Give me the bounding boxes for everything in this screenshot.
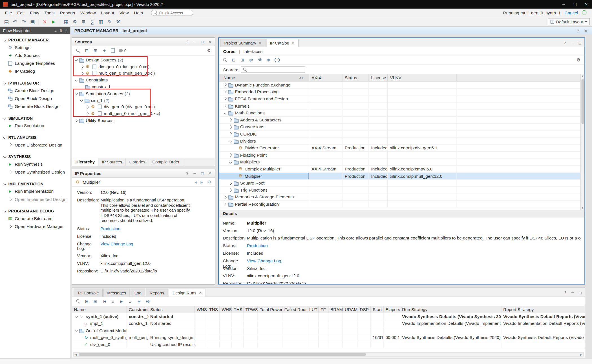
tab-libraries[interactable]: Libraries <box>126 158 149 166</box>
close-tab-icon[interactable] <box>199 291 202 295</box>
scroll-right-icon[interactable]: ▶ <box>579 353 583 356</box>
scrollbar-thumb[interactable] <box>79 353 366 356</box>
run-row-div-gen-0[interactable]: div_gen_0 Using cached IP results <box>72 341 585 348</box>
tools-icon[interactable]: ⚒ <box>114 18 122 26</box>
details-status-link[interactable]: Production <box>247 243 581 248</box>
help-icon[interactable] <box>576 28 580 33</box>
help-icon[interactable] <box>185 171 189 176</box>
flownav-section-synthesis[interactable]: SYNTHESIS <box>0 153 70 160</box>
globe-icon[interactable] <box>266 57 271 63</box>
catalog-row[interactable]: Kernels <box>219 103 584 110</box>
expand-all-icon[interactable] <box>240 57 245 63</box>
flownav-item-run-implementation[interactable]: Run Implementation <box>0 187 70 195</box>
scroll-down-icon[interactable]: ▼ <box>581 206 584 210</box>
search-icon[interactable] <box>223 58 227 62</box>
catalog-row-multiplier-selected[interactable]: MultiplierProductionIncludedxilinx.com:i… <box>219 173 584 180</box>
layout-selector[interactable]: Default Layout <box>548 18 590 25</box>
flownav-help-icon[interactable]: ? <box>65 28 67 33</box>
group-view-icon[interactable] <box>248 57 254 63</box>
ip-status-link[interactable]: Production <box>100 226 120 231</box>
catalog-row[interactable]: FPGA Features and Design <box>219 96 584 103</box>
column-license[interactable]: License <box>369 74 388 81</box>
minimize-panel-icon[interactable] <box>571 290 575 295</box>
flownav-item-open-elaborated-design[interactable]: Open Elaborated Design <box>0 141 70 149</box>
flownav-item-settings[interactable]: Settings <box>0 43 70 51</box>
save-icon[interactable]: ▤ <box>2 18 10 26</box>
tab-project-summary[interactable]: Project Summary <box>220 39 265 47</box>
percent-icon[interactable] <box>145 299 150 304</box>
quick-access-box[interactable] <box>151 10 193 15</box>
flownav-section-program-and-debug[interactable]: PROGRAM AND DEBUG <box>0 207 70 214</box>
horizontal-scrollbar[interactable]: ◀ ▶ <box>73 352 584 357</box>
steps-icon[interactable]: ≣ <box>79 18 87 26</box>
expand-all-icon[interactable] <box>93 48 98 53</box>
tree-item-simulation-sources[interactable]: Simulation Sources(2) <box>72 90 215 97</box>
flownav-item-run-simulation[interactable]: Run Simulation <box>0 121 70 129</box>
maximize-panel-icon[interactable] <box>200 171 205 176</box>
tab-design-runs[interactable]: Design Runs <box>169 289 206 297</box>
sources-settings-gear-icon[interactable] <box>206 48 211 53</box>
flownav-menu-icon[interactable]: ≡ <box>54 28 57 33</box>
tree-item-utility-sources[interactable]: Utility Sources <box>72 117 215 124</box>
maximize-panel-icon[interactable] <box>578 41 582 45</box>
menu-window[interactable]: Window <box>78 10 99 15</box>
catalog-row[interactable]: Dividers <box>219 138 584 145</box>
close-tab-icon[interactable] <box>292 41 295 45</box>
catalog-search-input[interactable] <box>249 67 303 72</box>
info-icon[interactable] <box>275 58 280 62</box>
catalog-row[interactable]: Math Functions <box>219 110 584 117</box>
tab-reports[interactable]: Reports <box>146 289 168 297</box>
tab-tcl-console[interactable]: Tcl Console <box>74 289 103 297</box>
chart-icon[interactable]: ▥ <box>97 18 105 26</box>
catalog-row[interactable]: Multipliers <box>219 159 584 166</box>
catalog-row[interactable]: Square Root <box>219 180 584 187</box>
close-panel-icon[interactable] <box>208 39 212 44</box>
ip-changelog-link[interactable]: View Change Log <box>100 241 133 250</box>
flownav-item-open-block-design[interactable]: Open Block Design <box>0 94 70 102</box>
run-row-impl-1[interactable]: impl_1 constrs_1 Not started Vivado Impl… <box>72 320 585 327</box>
close-button[interactable] <box>581 0 592 9</box>
add-sources-icon[interactable] <box>101 48 107 53</box>
tab-log[interactable]: Log <box>131 289 145 297</box>
flownav-section-simulation[interactable]: SIMULATION <box>0 114 70 121</box>
tree-item-sim-1[interactable]: sim_1(2) <box>72 97 215 104</box>
minimize-panel-icon[interactable] <box>193 171 197 176</box>
close-view-icon[interactable] <box>584 28 588 33</box>
tree-item-design-sources[interactable]: Design Sources(2) <box>72 57 215 63</box>
create-run-icon[interactable] <box>136 299 142 304</box>
menu-file[interactable]: File <box>2 10 15 15</box>
scroll-up-icon[interactable]: ▲ <box>581 74 584 78</box>
catalog-row[interactable]: Memories & Storage Elements <box>219 194 584 201</box>
step-back-icon[interactable] <box>110 299 116 304</box>
flownav-item-generate-bitstream[interactable]: Generate Bitstream <box>0 214 70 222</box>
missing-sources-icon[interactable] <box>110 48 116 53</box>
tree-item-constraints[interactable]: Constraints <box>72 77 215 83</box>
properties-gear-icon[interactable] <box>207 179 212 185</box>
menu-edit[interactable]: Edit <box>15 10 27 15</box>
menu-layout[interactable]: Layout <box>98 10 117 15</box>
column-status[interactable]: Status <box>343 74 369 81</box>
cancel-run-icon[interactable]: ✕ <box>41 18 49 26</box>
menu-tools[interactable]: Tools <box>42 10 57 15</box>
run-step-icon[interactable] <box>119 299 124 304</box>
run-icon[interactable]: ▶ <box>49 18 58 26</box>
menu-help[interactable]: Help <box>131 10 145 15</box>
catalog-row[interactable]: Embedded Processing <box>219 88 584 96</box>
edit-icon[interactable]: ✎ <box>105 18 114 26</box>
catalog-search-box[interactable] <box>241 66 305 73</box>
flownav-item-open-implemented-design[interactable]: Open Implemented Design <box>0 195 70 203</box>
collapse-all-icon[interactable] <box>84 299 90 304</box>
subtab-interfaces[interactable]: Interfaces <box>243 49 262 53</box>
flownav-item-language-templates[interactable]: Language Templates <box>0 59 70 67</box>
back-arrow-icon[interactable]: ◀ <box>195 180 197 184</box>
catalog-row[interactable]: Floating Point <box>219 152 584 159</box>
flownav-section-ip-integrator[interactable]: IP INTEGRATOR <box>0 79 70 86</box>
copy-icon[interactable]: ▣ <box>28 18 36 26</box>
maximize-panel-icon[interactable] <box>200 39 205 44</box>
column-name[interactable]: Name1 <box>219 74 309 81</box>
catalog-row[interactable]: Conversions <box>219 124 584 131</box>
subtab-cores[interactable]: Cores <box>223 49 236 53</box>
maximize-panel-icon[interactable] <box>578 290 582 295</box>
menu-flow[interactable]: Flow <box>27 10 42 15</box>
tab-compile-order[interactable]: Compile Order <box>149 158 183 166</box>
